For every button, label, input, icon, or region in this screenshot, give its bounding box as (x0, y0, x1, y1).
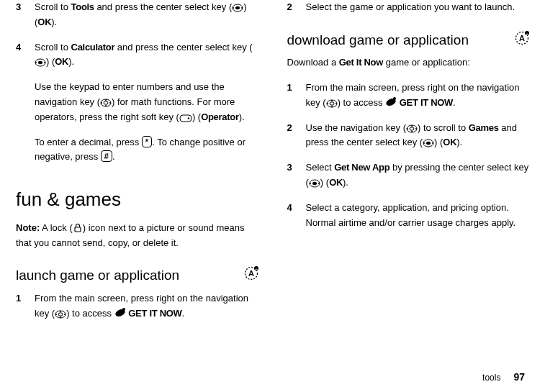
navigation-key-icon (406, 124, 418, 133)
step-body: Select a category, application, and pric… (306, 201, 530, 231)
text: ) to access (338, 97, 385, 108)
get-it-now-icon (114, 307, 126, 319)
center-select-key-icon (232, 4, 243, 12)
get-it-now-label: GET IT NOW (400, 97, 453, 108)
step-body: Scroll to Calculator and press the cente… (35, 40, 258, 176)
menu-name-calculator: Calculator (71, 42, 115, 53)
step-body: From the main screen, press right on the… (35, 291, 258, 322)
ok-label: OK (37, 17, 51, 27)
text: ) ( (46, 56, 55, 67)
navigation-key-icon (100, 99, 112, 107)
text: . (182, 308, 185, 319)
menu-name-tools: Tools (71, 1, 94, 12)
heading-row-launch: launch game or application (16, 260, 258, 291)
hash-key-icon: # (101, 150, 112, 162)
footer-section: tools (482, 371, 500, 385)
download-step-3: 3 Select Get New App by pressing the cen… (287, 160, 530, 191)
step-number: 1 (287, 81, 297, 111)
text: . (112, 151, 115, 162)
download-step-2: 2 Use the navigation key () to scroll to… (287, 121, 530, 151)
text: Use the navigation key ( (306, 122, 406, 133)
step-number: 3 (16, 0, 26, 30)
step-number: 4 (16, 40, 26, 176)
ok-label: OK (55, 56, 68, 67)
ok-label: OK (443, 137, 456, 147)
page-footer: tools 97 (482, 369, 525, 385)
text: . (453, 97, 456, 108)
step-body: Select Get New App by pressing the cente… (306, 160, 530, 191)
note-label: Note: (16, 222, 40, 233)
heading-launch: launch game or application (16, 265, 238, 286)
text: A lock ( (40, 222, 73, 233)
step-number: 1 (16, 291, 26, 322)
text: ). (239, 111, 245, 122)
navigation-key-icon (326, 99, 338, 108)
note: Note: A lock () icon next to a picture o… (16, 221, 258, 251)
accessibility-badge-icon (244, 266, 258, 286)
step-number: 3 (287, 160, 297, 191)
games-label: Games (469, 122, 499, 133)
step-3: 3 Scroll to Tools and press the center s… (16, 0, 258, 30)
text: ). (456, 137, 462, 147)
get-it-now-label: GET IT NOW (128, 308, 181, 319)
operator-label: Operator (201, 111, 239, 122)
footer-page-number: 97 (513, 369, 525, 385)
text: ) to access (66, 308, 114, 319)
text: To enter a decimal, press (35, 137, 142, 147)
get-it-now-name: Get It Now (339, 57, 383, 68)
text: ). (343, 177, 348, 188)
right-column: 2 Select the game or application you wan… (287, 0, 530, 331)
step-body: From the main screen, press right on the… (306, 81, 530, 111)
download-intro: Download a Get It Now game or applicatio… (287, 55, 530, 70)
text: and press the center select key ( (114, 42, 252, 53)
text: ) to scroll to (418, 122, 469, 133)
text: game or application: (383, 57, 470, 68)
text: Select (306, 162, 335, 173)
navigation-key-icon (55, 310, 66, 319)
text: Scroll to (35, 42, 71, 53)
center-select-key-icon (423, 139, 434, 147)
center-select-key-icon (309, 179, 320, 188)
step-number: 2 (287, 121, 297, 151)
download-step-4: 4 Select a category, application, and pr… (287, 201, 530, 231)
step-body: Select the game or application you want … (306, 0, 530, 15)
launch-step-1: 1 From the main screen, press right on t… (16, 291, 258, 322)
text: ). (68, 56, 74, 67)
text: Download a (287, 57, 339, 68)
step-body: Use the navigation key () to scroll to G… (306, 121, 530, 151)
center-select-key-icon (35, 58, 46, 67)
heading-row-download: download game or application (287, 25, 530, 55)
text: ). (51, 17, 57, 27)
lock-icon (73, 223, 83, 233)
right-soft-key-icon (179, 114, 192, 122)
step-number: 4 (287, 201, 297, 231)
download-step-1: 1 From the main screen, press right on t… (287, 81, 530, 111)
step-number: 2 (287, 0, 297, 15)
text: ) ( (192, 111, 201, 122)
left-column: 3 Scroll to Tools and press the center s… (16, 0, 258, 331)
ok-label: OK (329, 177, 343, 188)
get-it-now-icon (385, 96, 397, 108)
launch-step-2: 2 Select the game or application you wan… (287, 0, 530, 15)
text: ) ( (320, 177, 329, 188)
text: ) ( (434, 137, 443, 147)
heading-fun-games: fun & games (16, 185, 258, 215)
text: and press the center select key ( (94, 1, 232, 12)
star-key-icon: * (142, 136, 152, 147)
text: Scroll to (35, 1, 71, 12)
step-4: 4 Scroll to Calculator and press the cen… (16, 40, 258, 176)
step-body: Scroll to Tools and press the center sel… (35, 0, 258, 30)
get-new-app-label: Get New App (334, 162, 389, 173)
heading-download: download game or application (287, 29, 510, 51)
accessibility-badge-icon (515, 31, 529, 50)
